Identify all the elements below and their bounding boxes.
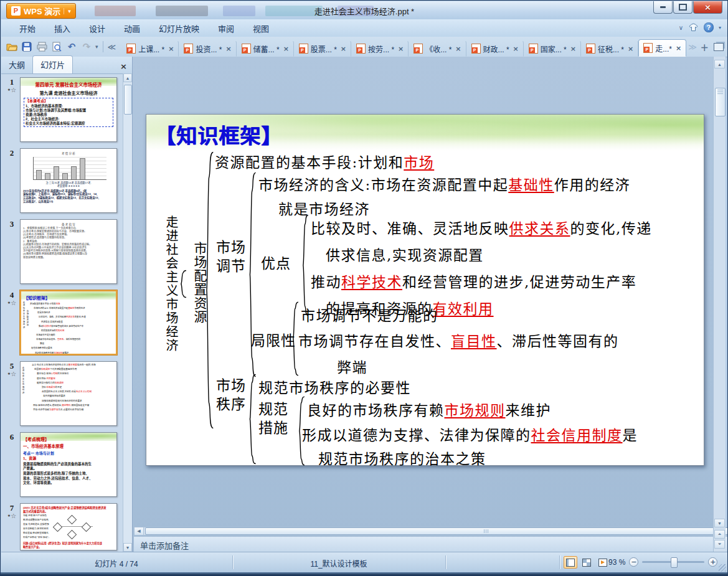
previous-slide-button[interactable]: ⏶ xyxy=(714,530,725,539)
scrollbar-thumb[interactable] xyxy=(715,88,726,116)
slide-thumbnail-6[interactable]: 6【考点梳理】一、市场经济基本原理考点一 市场与计划1、资源资源是指物质资料的生… xyxy=(4,432,123,497)
next-slide-button[interactable]: ⏷ xyxy=(714,540,725,549)
slide-canvas[interactable]: 【知识框架】 走进社会主义市场经济 市场配置资源 资源配置的基本手段:计划和市场… xyxy=(146,114,704,466)
zoom-slider-thumb[interactable] xyxy=(671,557,678,568)
tab-close-icon[interactable]: × xyxy=(513,45,519,52)
slide-thumbnail-7[interactable]: 7★☆(2011·高考北京卷)培育战略性新兴产业,是调整经济结构和转变经济发展方… xyxy=(4,503,123,550)
tab-close-icon[interactable]: × xyxy=(455,45,461,52)
thumbnail-canvas[interactable]: 【知识框架】走进社会主义市场经济市场配置资源资源配置的基本手段:计划和市场市场经… xyxy=(20,290,117,355)
slide-thumbnail-1[interactable]: 1★☆第四单元 发展社会主义市场经济第九课 走进社会主义市场经济【本课考点】1、… xyxy=(4,77,123,142)
menu-tab-6[interactable]: 视图 xyxy=(243,19,278,37)
doc-tab-7[interactable]: P国家... *× xyxy=(524,40,581,57)
doc-tab-4[interactable]: P按劳... *× xyxy=(351,40,409,57)
slide-thumbnail-3[interactable]: 3备 考 指 导1、考情预测:纵观近三年考情,下一步的考查方向:(1)重点考点:… xyxy=(4,219,123,284)
doc-tab-8[interactable]: P征税... *× xyxy=(581,40,638,57)
doc-tab-9[interactable]: P走...*× xyxy=(638,39,686,57)
zoom-in-button[interactable]: + xyxy=(708,557,717,567)
chevron-down-icon[interactable]: ∨ xyxy=(679,24,683,31)
transition-star-icon: ★☆ xyxy=(4,300,20,306)
tab-outline[interactable]: 大纲 xyxy=(1,56,32,73)
thumbnail-canvas[interactable]: 备 考 指 导1、考情预测:纵观近三年考情,下一步的考查方向:(1)重点考点:国… xyxy=(20,219,117,284)
doc-tab-label: 上课... * xyxy=(138,44,164,54)
zoom-slider[interactable] xyxy=(642,561,704,563)
slide-thumbnail-4[interactable]: 4★☆【知识框架】走进社会主义市场经济市场配置资源资源配置的基本手段:计划和市场… xyxy=(4,290,123,355)
thumbnail-canvas[interactable]: (2011·高考北京卷)培育战略性新兴产业,是调整经济结构和转变经济发展方式的重… xyxy=(20,503,117,550)
help-icon[interactable]: ? xyxy=(704,22,714,32)
scroll-down-icon[interactable]: ▼ xyxy=(123,543,132,552)
sidebar-scrollbar[interactable]: ▲ ▼ xyxy=(123,73,132,552)
slide-sorter-icon xyxy=(582,559,591,567)
ppt-file-icon: P xyxy=(356,44,366,54)
print-preview-button[interactable] xyxy=(50,39,64,54)
open-file-button[interactable] xyxy=(5,39,19,54)
doc-tab-2[interactable]: P储蓄... *× xyxy=(237,40,294,57)
ppt-file-icon: P xyxy=(471,44,481,54)
redo-button[interactable]: ↷ xyxy=(80,39,93,54)
diagram-root-label: 走进社会主义市场经济 xyxy=(163,215,181,352)
line-basic-means: 资源配置的基本手段:计划和市场 xyxy=(215,151,434,172)
thumbnail-canvas[interactable]: 考 情 分 析注:三年31考,选择题14考,非选择题17考,考查频率:★★★★★… xyxy=(20,148,117,213)
arrange-windows-button[interactable] xyxy=(712,39,726,54)
close-button[interactable]: × xyxy=(693,1,722,14)
tab-close-icon[interactable]: × xyxy=(398,45,404,52)
notes-pane[interactable]: 单击添加备注 xyxy=(134,536,728,552)
zoom-level: 93 % xyxy=(608,558,625,567)
tab-close-icon[interactable]: × xyxy=(570,45,576,52)
line-advantage-2a: 推动科学技术和经营管理的进步,促进劳动生产率 xyxy=(311,270,636,291)
tab-slides[interactable]: 幻灯片 xyxy=(32,55,73,73)
scrollbar-thumb[interactable] xyxy=(124,85,132,115)
slide-thumbnail-list[interactable]: 1★☆第四单元 发展社会主义市场经济第九课 走进社会主义市场经济【本课考点】1、… xyxy=(1,73,123,552)
tab-close-icon[interactable]: × xyxy=(628,45,633,52)
resize-grip[interactable] xyxy=(719,564,726,572)
slide-sorter-button[interactable] xyxy=(580,556,593,569)
skin-shirt-icon[interactable] xyxy=(688,22,699,32)
scrollbar-thumb[interactable] xyxy=(145,527,728,535)
slide-thumbnail-5[interactable]: 5★☆走进社会主义市场经济含义:社会主义市场经济是同社会主义基本制度结合在一起的… xyxy=(4,361,123,426)
maximize-button[interactable] xyxy=(673,1,693,14)
thumbnail-canvas[interactable]: 走进社会主义市场经济含义:社会主义市场经济是同社会主义基本制度结合在一起的,市场… xyxy=(20,361,117,426)
tab-close-icon[interactable]: × xyxy=(341,45,346,52)
save-button[interactable] xyxy=(20,39,34,54)
menu-tab-5[interactable]: 审阅 xyxy=(209,19,243,37)
scroll-left-icon[interactable]: ◀ xyxy=(135,527,144,535)
vertical-scrollbar[interactable]: ▲ ▼ ⏶ ⏷ xyxy=(713,57,726,552)
toolbar-dropdown-icon[interactable]: ▾ xyxy=(93,44,100,50)
menu-tab-3[interactable]: 动画 xyxy=(115,19,149,37)
quick-access-toolbar: ↶ ↷ ▾ ≪ P上课... *×P投资... *×P储蓄... *×P股票..… xyxy=(1,37,727,57)
slide-edit-area[interactable]: 【知识框架】 走进社会主义市场经济 市场配置资源 资源配置的基本手段:计划和市场… xyxy=(133,57,713,552)
doc-tab-0[interactable]: P上课... *× xyxy=(121,40,179,57)
undo-button[interactable]: ↶ xyxy=(65,39,78,54)
slideshow-button[interactable] xyxy=(596,556,610,569)
normal-view-button[interactable] xyxy=(564,556,577,569)
tab-close-icon[interactable]: × xyxy=(225,45,231,52)
print-button[interactable] xyxy=(35,39,49,54)
slide-thumbnail-2[interactable]: 2考 情 分 析注:三年31考,选择题14考,非选择题17考,考查频率:★★★★… xyxy=(4,148,123,213)
minimize-button[interactable] xyxy=(653,1,673,14)
new-tab-button[interactable]: ＋ xyxy=(699,41,711,53)
panel-close-icon[interactable]: × xyxy=(120,62,127,70)
doc-tab-5[interactable]: P《收... *× xyxy=(409,40,466,57)
tab-close-icon[interactable]: × xyxy=(283,45,289,52)
menu-tab-4[interactable]: 幻灯片放映 xyxy=(149,19,209,37)
help-dropdown-icon[interactable]: ▾ xyxy=(719,25,721,31)
scroll-up-icon[interactable]: ▲ xyxy=(123,73,132,82)
title-bar[interactable]: P WPS 演示 ▾ 走进社会主义市场经济.ppt * × xyxy=(1,1,727,19)
thumbnail-canvas[interactable]: 【考点梳理】一、市场经济基本原理考点一 市场与计划1、资源资源是指物质资料的生产… xyxy=(20,432,117,497)
tabs-scroll-left-icon[interactable]: ≪ xyxy=(106,42,118,52)
doc-tab-3[interactable]: P股票... *× xyxy=(294,40,351,57)
slide-number: 5 xyxy=(4,361,20,371)
menu-tab-0[interactable]: 开始 xyxy=(10,19,45,37)
wps-presentation-window: P WPS 演示 ▾ 走进社会主义市场经济.ppt * × 开始插入设计动画幻灯… xyxy=(0,0,728,576)
menu-tab-1[interactable]: 插入 xyxy=(45,19,80,37)
scroll-up-icon[interactable]: ▲ xyxy=(714,60,725,68)
doc-tab-6[interactable]: P财政... *× xyxy=(466,40,524,57)
tab-close-icon[interactable]: × xyxy=(168,45,174,52)
tab-close-icon[interactable]: × xyxy=(676,45,681,52)
thumbnail-canvas[interactable]: 第四单元 发展社会主义市场经济第九课 走进社会主义市场经济【本课考点】1、市场经… xyxy=(20,77,117,142)
tabs-scroll-right-icon[interactable]: ≫ xyxy=(686,42,699,52)
scroll-down-icon[interactable]: ▼ xyxy=(714,519,725,527)
horizontal-scrollbar[interactable]: ◀ ▶ xyxy=(134,527,728,536)
menu-tab-2[interactable]: 设计 xyxy=(80,19,115,37)
doc-tab-1[interactable]: P投资... *× xyxy=(179,40,236,57)
zoom-out-button[interactable]: − xyxy=(629,557,638,567)
